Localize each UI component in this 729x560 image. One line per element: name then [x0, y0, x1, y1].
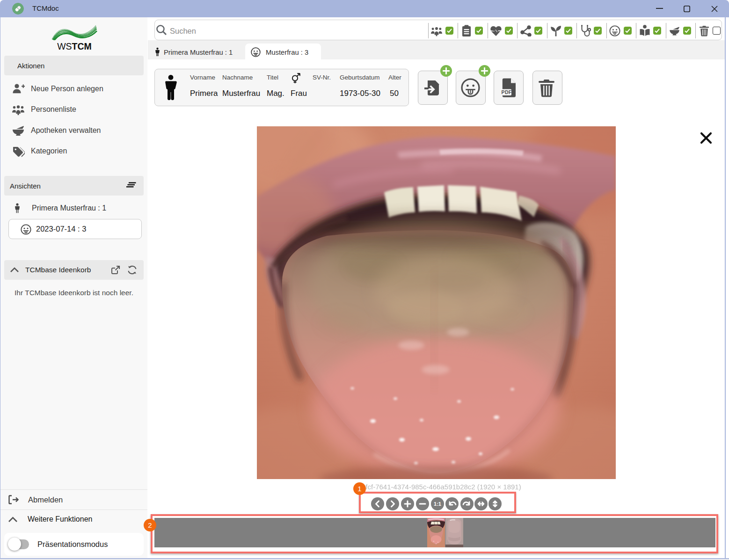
- svg-text:PDF: PDF: [502, 89, 512, 95]
